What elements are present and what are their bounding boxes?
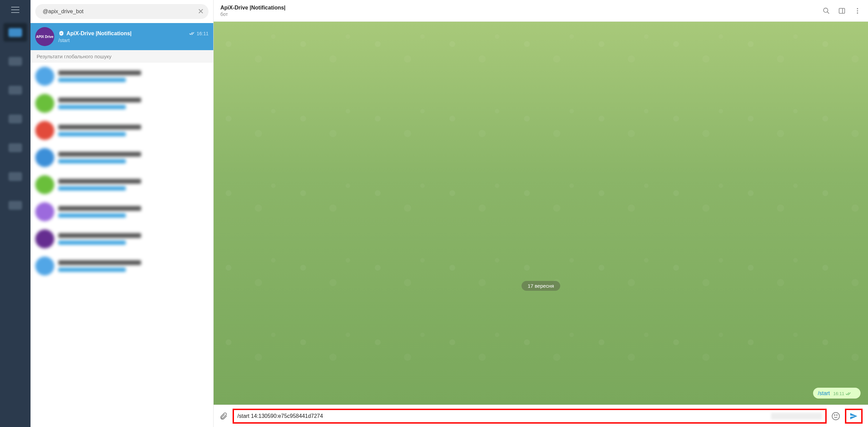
message-input-highlight xyxy=(233,409,827,424)
chat-title: ApiX-Drive |Notifications| xyxy=(58,30,132,37)
search-result-blurred[interactable] xyxy=(31,63,213,90)
conversation: ApiX-Drive |Notifications| бот 17 вересн… xyxy=(214,0,868,427)
search-result-blurred[interactable] xyxy=(31,144,213,171)
chat-time: 16:11 xyxy=(189,31,209,36)
verified-icon xyxy=(58,30,64,37)
svg-point-4 xyxy=(857,8,858,9)
more-icon[interactable] xyxy=(854,7,861,15)
svg-rect-2 xyxy=(839,8,845,13)
global-results-header: Результати глобального пошуку xyxy=(31,50,213,63)
attach-icon[interactable] xyxy=(219,412,228,421)
message-meta: 16:11 xyxy=(833,391,852,396)
read-checks-icon xyxy=(846,392,852,396)
message-text: /start xyxy=(818,390,830,396)
chat-item-apix[interactable]: APIX Drive ApiX-Drive |Notifications| 16… xyxy=(31,23,213,50)
search-result-blurred[interactable] xyxy=(31,225,213,252)
date-pill: 17 вересня xyxy=(521,281,560,291)
svg-point-0 xyxy=(824,8,828,12)
message-input[interactable] xyxy=(237,413,822,419)
redacted-text xyxy=(771,413,822,420)
search-result-blurred[interactable] xyxy=(31,117,213,144)
sidepanel-icon[interactable] xyxy=(838,7,846,15)
svg-line-1 xyxy=(827,12,829,14)
nav-item-3[interactable] xyxy=(3,81,27,99)
svg-point-5 xyxy=(857,10,858,12)
conversation-header[interactable]: ApiX-Drive |Notifications| бот xyxy=(214,0,868,22)
menu-icon[interactable] xyxy=(11,7,19,13)
read-checks-icon xyxy=(189,32,195,36)
nav-item-5[interactable] xyxy=(3,138,27,157)
emoji-icon[interactable] xyxy=(831,412,840,421)
avatar: APIX Drive xyxy=(35,27,54,46)
search-result-blurred[interactable] xyxy=(31,171,213,198)
search-result-blurred[interactable] xyxy=(31,252,213,280)
conversation-input-bar xyxy=(214,405,868,427)
search-result-blurred[interactable] xyxy=(31,198,213,225)
send-button[interactable] xyxy=(845,409,863,424)
search-result-blurred[interactable] xyxy=(31,90,213,117)
conversation-body: 17 вересня /start 16:11 xyxy=(214,22,868,405)
svg-point-9 xyxy=(836,414,837,415)
conversation-title: ApiX-Drive |Notifications| xyxy=(220,5,285,11)
clear-icon[interactable]: ✕ xyxy=(198,7,204,16)
search-icon[interactable] xyxy=(823,7,830,15)
svg-point-7 xyxy=(832,412,840,420)
nav-item-allchats[interactable] xyxy=(3,23,27,42)
svg-point-8 xyxy=(834,414,835,415)
nav-item-4[interactable] xyxy=(3,109,27,128)
conversation-subtitle: бот xyxy=(220,12,285,17)
nav-item-7[interactable] xyxy=(3,196,27,215)
search-box[interactable]: ✕ xyxy=(35,4,209,19)
nav-item-6[interactable] xyxy=(3,167,27,186)
nav-rail xyxy=(0,0,31,427)
chat-preview: /start xyxy=(58,37,209,43)
search-input[interactable] xyxy=(43,8,194,15)
outgoing-message[interactable]: /start 16:11 xyxy=(813,388,861,399)
nav-item-2[interactable] xyxy=(3,52,27,70)
chat-list: ✕ APIX Drive ApiX-Drive |Notifications| xyxy=(31,0,214,427)
svg-point-6 xyxy=(857,12,858,14)
